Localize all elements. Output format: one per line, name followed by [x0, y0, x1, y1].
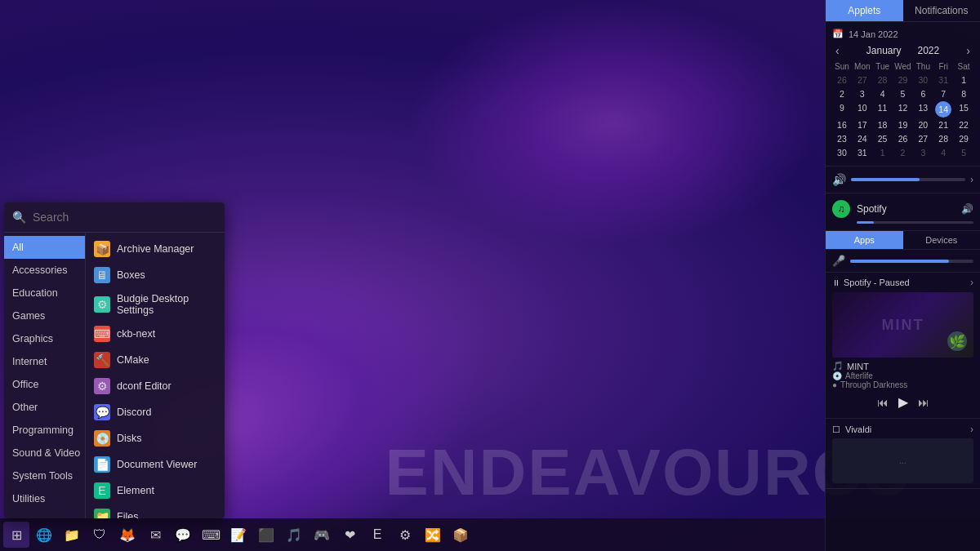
- category-accessories[interactable]: Accessories: [4, 259, 85, 282]
- calendar-day[interactable]: 26: [832, 73, 852, 87]
- app-item[interactable]: 💿Disks: [86, 425, 225, 451]
- calendar-day[interactable]: 31: [853, 146, 872, 159]
- taskbar-icon-code[interactable]: ⌨: [198, 522, 224, 548]
- taskbar-icon-shield[interactable]: 🛡: [87, 522, 113, 548]
- taskbar-icon-vscode[interactable]: 📝: [225, 522, 252, 548]
- app-menu-btn[interactable]: ⊞: [3, 522, 29, 548]
- taskbar-icon-mail[interactable]: ✉: [142, 522, 168, 548]
- app-item[interactable]: ⌨ckb-next: [86, 321, 225, 347]
- calendar-day[interactable]: 24: [853, 132, 872, 145]
- calendar-day[interactable]: 25: [873, 132, 893, 145]
- category-programming[interactable]: Programming: [4, 419, 85, 442]
- app-item[interactable]: 📦Archive Manager: [86, 236, 225, 262]
- category-office[interactable]: Office: [4, 373, 85, 396]
- vivaldi-expand-btn[interactable]: ›: [970, 424, 973, 435]
- mic-slider[interactable]: [850, 260, 973, 263]
- calendar-day[interactable]: 22: [954, 118, 973, 131]
- calendar-day[interactable]: 26: [893, 132, 913, 145]
- volume-arrow[interactable]: ›: [970, 174, 973, 185]
- calendar-day[interactable]: 17: [853, 118, 872, 131]
- calendar-day[interactable]: 1: [954, 73, 973, 87]
- app-item[interactable]: ⚙Budgie Desktop Settings: [86, 288, 225, 321]
- calendar-day[interactable]: 19: [893, 118, 913, 131]
- calendar-day[interactable]: 4: [873, 87, 893, 100]
- taskbar-icon-files[interactable]: 📁: [59, 522, 85, 548]
- calendar-day[interactable]: 30: [832, 146, 852, 159]
- calendar-day[interactable]: 30: [913, 73, 933, 87]
- category-internet[interactable]: Internet: [4, 350, 85, 373]
- calendar-day[interactable]: 21: [933, 118, 953, 131]
- taskbar-icon-firefox[interactable]: 🦊: [114, 522, 140, 548]
- calendar-day[interactable]: 11: [873, 101, 893, 118]
- calendar-day[interactable]: 12: [893, 101, 913, 118]
- category-system_tools[interactable]: System Tools: [4, 464, 85, 487]
- taskbar-icon-spotify[interactable]: 🎵: [281, 522, 307, 548]
- calendar-day[interactable]: 18: [873, 118, 893, 131]
- app-item[interactable]: 🖥Boxes: [86, 262, 225, 288]
- app-item[interactable]: 📁Files: [86, 504, 225, 518]
- taskbar-icon-chat[interactable]: 💬: [170, 522, 196, 548]
- calendar-day[interactable]: 9: [832, 101, 852, 118]
- calendar-day[interactable]: 29: [893, 73, 913, 87]
- search-input[interactable]: [33, 211, 216, 224]
- next-track-btn[interactable]: ⏭: [918, 396, 929, 409]
- taskbar-icon-settings[interactable]: ⚙: [392, 522, 418, 548]
- calendar-day[interactable]: 13: [913, 101, 933, 118]
- taskbar-icon-git[interactable]: 🔀: [420, 522, 446, 548]
- calendar-day[interactable]: 27: [913, 132, 933, 145]
- category-education[interactable]: Education: [4, 282, 85, 304]
- taskbar-icon-extra[interactable]: 📦: [448, 522, 474, 548]
- calendar-day[interactable]: 3: [853, 87, 872, 100]
- calendar-day[interactable]: 15: [954, 101, 973, 118]
- app-item[interactable]: EElement: [86, 478, 225, 504]
- category-graphics[interactable]: Graphics: [4, 327, 85, 350]
- app-item[interactable]: 📄Document Viewer: [86, 451, 225, 478]
- calendar-day[interactable]: 7: [933, 87, 953, 100]
- calendar-day[interactable]: 10: [853, 101, 872, 118]
- category-sound_video[interactable]: Sound & Video: [4, 442, 85, 464]
- calendar-day[interactable]: 14: [935, 101, 951, 118]
- taskbar-icon-terminal[interactable]: ⬛: [253, 522, 279, 548]
- taskbar-icon-browser[interactable]: 🌐: [31, 522, 57, 548]
- calendar-day[interactable]: 5: [954, 146, 973, 159]
- taskbar-icon-element[interactable]: E: [364, 522, 390, 548]
- calendar-day[interactable]: 1: [873, 146, 893, 159]
- tab-notifications[interactable]: Notifications: [903, 0, 981, 21]
- player-track-text: Through Darkness: [840, 380, 907, 389]
- spotify-slider[interactable]: [857, 221, 973, 224]
- calendar-day[interactable]: 3: [913, 146, 933, 159]
- prev-track-btn[interactable]: ⏮: [877, 396, 889, 409]
- calendar-day[interactable]: 6: [913, 87, 933, 100]
- calendar-day[interactable]: 31: [933, 73, 953, 87]
- calendar-day[interactable]: 16: [832, 118, 852, 131]
- taskbar-icon-discord[interactable]: 🎮: [309, 522, 335, 548]
- calendar-day[interactable]: 2: [893, 146, 913, 159]
- play-pause-btn[interactable]: ▶: [898, 394, 908, 410]
- tab-apps[interactable]: Apps: [826, 231, 903, 249]
- calendar-day[interactable]: 4: [933, 146, 953, 159]
- app-item[interactable]: ⚙dconf Editor: [86, 373, 225, 399]
- taskbar-icon-vivaldi[interactable]: ❤: [336, 522, 363, 548]
- app-item[interactable]: 🔨CMake: [86, 347, 225, 373]
- prev-month-btn[interactable]: ‹: [832, 44, 843, 57]
- checkbox-icon[interactable]: ☐: [832, 424, 840, 435]
- calendar-day[interactable]: 28: [873, 73, 893, 87]
- tab-devices[interactable]: Devices: [903, 231, 981, 249]
- next-month-btn[interactable]: ›: [963, 44, 973, 57]
- player-expand-btn[interactable]: ›: [970, 277, 973, 288]
- calendar-day[interactable]: 28: [933, 132, 953, 145]
- calendar-day[interactable]: 5: [893, 87, 913, 100]
- category-utilities[interactable]: Utilities: [4, 487, 85, 510]
- calendar-day[interactable]: 27: [853, 73, 872, 87]
- calendar-day[interactable]: 23: [832, 132, 852, 145]
- calendar-day[interactable]: 29: [954, 132, 973, 145]
- calendar-day[interactable]: 20: [913, 118, 933, 131]
- category-all[interactable]: All: [4, 236, 85, 259]
- tab-applets[interactable]: Applets: [826, 0, 903, 21]
- calendar-day[interactable]: 8: [954, 87, 973, 100]
- volume-slider[interactable]: [851, 178, 965, 181]
- calendar-day[interactable]: 2: [832, 87, 852, 100]
- category-games[interactable]: Games: [4, 304, 85, 327]
- app-item[interactable]: 💬Discord: [86, 399, 225, 425]
- category-other[interactable]: Other: [4, 396, 85, 419]
